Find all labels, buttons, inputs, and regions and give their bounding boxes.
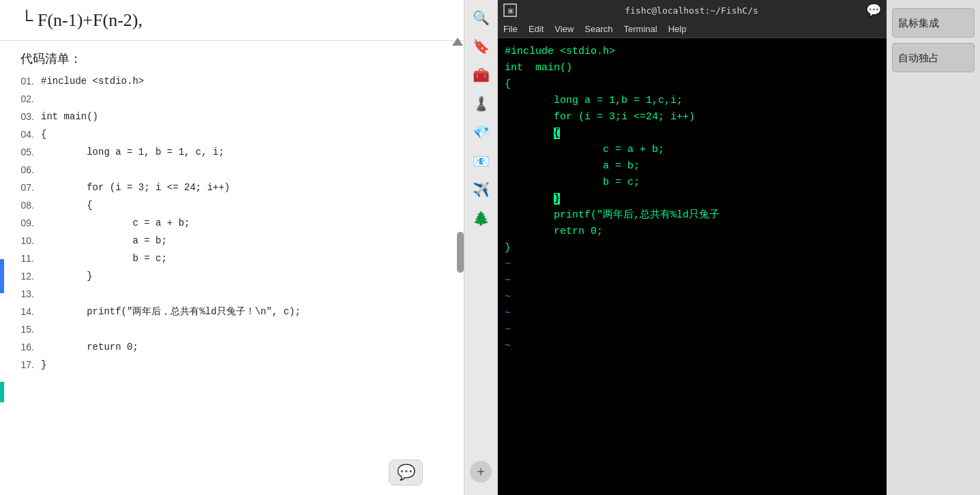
line-code: { bbox=[41, 125, 46, 143]
line-number: 11. bbox=[14, 250, 41, 267]
terminal-line: c = a + b; bbox=[505, 142, 880, 158]
code-line: 13. bbox=[14, 285, 450, 303]
code-line: 02. bbox=[14, 90, 450, 108]
line-code: #include <stdio.h> bbox=[41, 72, 144, 90]
code-editor[interactable]: #include <stdio.h>int main(){ long a = 1… bbox=[498, 38, 887, 495]
menu-item-search[interactable]: Search bbox=[584, 24, 612, 34]
terminal-title: fishc@localhost:~/FishC/s bbox=[521, 5, 862, 16]
line-code: int main() bbox=[41, 108, 98, 125]
terminal-line: ~ bbox=[505, 305, 880, 322]
terminal-line: { bbox=[505, 76, 880, 93]
line-code: a = b; bbox=[41, 232, 167, 250]
right-button[interactable]: 鼠标集成 bbox=[892, 8, 975, 38]
code-line: 07. for (i = 3; i <= 24; i++) bbox=[14, 179, 450, 196]
code-line: 14. printf("两年后，总共有%ld只兔子！\n", c); bbox=[14, 303, 450, 320]
blue-edge bbox=[0, 259, 4, 293]
code-line: 16. return 0; bbox=[14, 338, 450, 356]
code-listing: 01.#include <stdio.h>02.03.int main()04.… bbox=[0, 72, 464, 495]
code-label: 代码清单： bbox=[0, 41, 464, 72]
menu-item-edit[interactable]: Edit bbox=[529, 24, 544, 34]
terminal-line: long a = 1,b = 1,c,i; bbox=[505, 93, 880, 109]
terminal-line: retrn 0; bbox=[505, 224, 880, 240]
menu-item-help[interactable]: Help bbox=[668, 24, 687, 34]
terminal-line: a = b; bbox=[505, 158, 880, 175]
terminal-line: printf("两年后,总共有%ld只兔子 bbox=[505, 207, 880, 224]
search-icon[interactable]: 🔍 bbox=[469, 5, 493, 30]
outlook-icon[interactable]: 📧 bbox=[469, 149, 493, 173]
chat-button[interactable]: 💬 bbox=[389, 460, 423, 485]
left-scrollbar[interactable] bbox=[457, 232, 464, 273]
terminal-line: #include <stdio.h> bbox=[505, 44, 880, 60]
line-code: } bbox=[41, 356, 46, 374]
terminal-line: ~ bbox=[505, 273, 880, 289]
menu-item-terminal[interactable]: Terminal bbox=[624, 24, 657, 34]
code-line: 08. { bbox=[14, 196, 450, 214]
code-line: 04.{ bbox=[14, 125, 450, 143]
code-line: 15. bbox=[14, 320, 450, 338]
line-number: 02. bbox=[14, 90, 41, 108]
terminal-line: ~ bbox=[505, 322, 880, 338]
line-number: 07. bbox=[14, 179, 41, 196]
code-line: 06. bbox=[14, 161, 450, 179]
line-code: return 0; bbox=[41, 338, 138, 356]
line-code: for (i = 3; i <= 24; i++) bbox=[41, 179, 230, 196]
sidebar: 🔍🔖🧰♟️💎📧✈️🌲+ bbox=[464, 0, 498, 495]
right-panel: 鼠标集成自动独占 bbox=[887, 0, 980, 495]
terminal-line: } bbox=[505, 240, 880, 256]
line-number: 01. bbox=[14, 72, 41, 90]
left-panel: └ F(n-1)+F(n-2), 代码清单： 01.#include <stdi… bbox=[0, 0, 464, 495]
code-line: 09. c = a + b; bbox=[14, 214, 450, 232]
code-line: 05. long a = 1, b = 1, c, i; bbox=[14, 143, 450, 161]
terminal-window-icon: ▣ bbox=[503, 3, 517, 17]
bookmark-icon[interactable]: 🔖 bbox=[469, 34, 493, 59]
terminal-line: ~ bbox=[505, 289, 880, 305]
line-number: 06. bbox=[14, 161, 41, 179]
line-number: 09. bbox=[14, 214, 41, 232]
code-line: 10. a = b; bbox=[14, 232, 450, 250]
line-number: 10. bbox=[14, 232, 41, 250]
line-number: 03. bbox=[14, 108, 41, 125]
paper-plane-icon[interactable]: ✈️ bbox=[469, 177, 493, 202]
line-number: 17. bbox=[14, 356, 41, 374]
line-number: 16. bbox=[14, 338, 41, 356]
menu-item-view[interactable]: View bbox=[554, 24, 574, 34]
terminal-line: ~ bbox=[505, 338, 880, 355]
line-code: c = a + b; bbox=[41, 214, 190, 232]
code-line: 11. b = c; bbox=[14, 250, 450, 267]
tree-icon[interactable]: 🌲 bbox=[469, 206, 493, 230]
line-number: 05. bbox=[14, 143, 41, 161]
terminal-line: } bbox=[505, 191, 880, 207]
line-number: 13. bbox=[14, 285, 41, 303]
terminal-chat-icon: 💬 bbox=[866, 3, 881, 18]
line-number: 15. bbox=[14, 320, 41, 338]
terminal-menu: FileEditViewSearchTerminalHelp bbox=[498, 20, 887, 38]
code-line: 01.#include <stdio.h> bbox=[14, 72, 450, 90]
line-code: long a = 1, b = 1, c, i; bbox=[41, 143, 224, 161]
terminal-line: ~ bbox=[505, 256, 880, 273]
line-code: printf("两年后，总共有%ld只兔子！\n", c); bbox=[41, 303, 301, 320]
line-code: { bbox=[41, 196, 93, 214]
chess-piece-icon[interactable]: ♟️ bbox=[469, 91, 493, 116]
line-code: b = c; bbox=[41, 250, 167, 267]
line-number: 14. bbox=[14, 303, 41, 320]
formula-area: └ F(n-1)+F(n-2), bbox=[0, 0, 464, 41]
right-button[interactable]: 自动独占 bbox=[892, 43, 975, 72]
line-number: 04. bbox=[14, 125, 41, 143]
terminal-line: b = c; bbox=[505, 175, 880, 191]
chat-icon: 💬 bbox=[397, 464, 415, 481]
terminal-line: for (i = 3;i <=24; i++) bbox=[505, 109, 880, 125]
toolbox-icon[interactable]: 🧰 bbox=[469, 63, 493, 87]
gems-icon[interactable]: 💎 bbox=[469, 120, 493, 145]
line-number: 12. bbox=[14, 267, 41, 285]
line-code: } bbox=[41, 267, 93, 285]
menu-item-file[interactable]: File bbox=[503, 24, 518, 34]
terminal-line: int main() bbox=[505, 60, 880, 76]
line-number: 08. bbox=[14, 196, 41, 214]
teal-edge bbox=[0, 382, 4, 402]
code-line: 17.} bbox=[14, 356, 450, 374]
code-line: 12. } bbox=[14, 267, 450, 285]
add-icon[interactable]: + bbox=[470, 461, 492, 483]
terminal-titlebar: ▣ fishc@localhost:~/FishC/s 💬 bbox=[498, 0, 887, 20]
terminal-line: { bbox=[505, 125, 880, 142]
scroll-up-indicator bbox=[452, 38, 463, 46]
